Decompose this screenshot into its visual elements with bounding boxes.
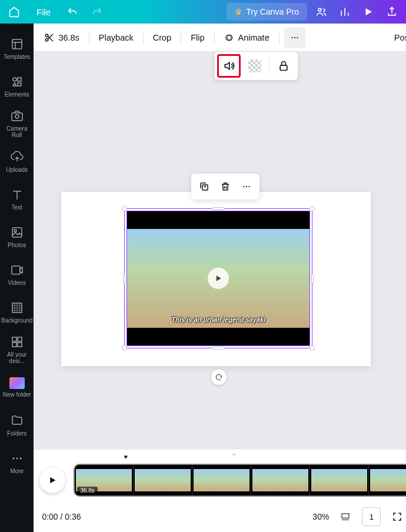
svg-point-2 (13, 78, 16, 81)
clip-thumbnail[interactable] (134, 465, 192, 496)
canvas-area[interactable]: This is an urban legend sayaki (34, 52, 406, 450)
sidebar-item-templates[interactable]: Templates (0, 29, 34, 67)
grid-view-button[interactable] (337, 508, 354, 525)
videos-icon (10, 263, 24, 277)
resize-handle[interactable] (123, 274, 125, 283)
sidebar-label: Camera Roll (0, 125, 34, 138)
crop-button[interactable]: Crop (148, 29, 176, 46)
svg-rect-3 (18, 78, 21, 81)
volume-icon (223, 60, 235, 72)
delete-button[interactable] (216, 177, 235, 196)
grid-view-icon (340, 511, 351, 522)
redo-button[interactable] (87, 2, 106, 21)
try-pro-button[interactable]: ♛ Try Canva Pro (227, 3, 307, 21)
resize-handle[interactable] (212, 207, 225, 210)
file-menu[interactable]: File (28, 4, 59, 21)
sidebar-item-all-designs[interactable]: All your desi... (0, 331, 34, 368)
try-pro-label: Try Canva Pro (246, 7, 299, 16)
collaborate-button[interactable] (312, 2, 331, 21)
sidebar-item-more[interactable]: More (0, 444, 34, 481)
sidebar-item-photos[interactable]: Photos (0, 218, 34, 255)
resize-handle[interactable] (310, 206, 315, 211)
timeline: ♥ 36.8s 0:00 / 0:36 30% (34, 450, 406, 532)
sidebar-item-videos[interactable]: Videos (0, 255, 34, 293)
element-more-button[interactable] (237, 177, 256, 196)
duplicate-button[interactable] (195, 177, 214, 196)
resize-handle[interactable] (310, 345, 315, 351)
clip-thumbnail[interactable] (369, 465, 406, 496)
svg-rect-12 (12, 343, 16, 347)
clip-thumbnail[interactable] (310, 465, 369, 496)
animate-icon (224, 32, 235, 43)
svg-rect-4 (12, 113, 22, 121)
playback-button[interactable]: Playback (94, 29, 138, 46)
sidebar-item-uploads[interactable]: Uploads (0, 142, 34, 180)
sidebar-item-new-folder[interactable]: New folder (0, 368, 34, 406)
position-button[interactable]: Position (390, 29, 406, 46)
transparency-button[interactable] (243, 54, 267, 78)
undo-button[interactable] (64, 2, 82, 21)
fullscreen-icon (392, 511, 402, 522)
undo-icon (67, 6, 79, 18)
resize-handle[interactable] (212, 347, 225, 350)
video-selection[interactable]: This is an urban legend sayaki (124, 208, 312, 348)
dots-icon (241, 181, 252, 192)
sidebar-item-camera-roll[interactable]: Camera Roll (0, 105, 34, 142)
page-count[interactable]: 1 (362, 507, 381, 526)
photos-icon (10, 225, 24, 240)
more-tools-button[interactable] (284, 27, 305, 48)
crown-icon: ♛ (235, 7, 242, 16)
duplicate-icon (199, 181, 209, 192)
sidebar-label: All your desi... (0, 351, 34, 364)
present-button[interactable] (359, 2, 378, 21)
timeline-play-button[interactable] (39, 467, 65, 493)
sidebar-item-background[interactable]: Background (0, 293, 34, 331)
element-actions (191, 174, 259, 200)
timeline-collapse[interactable] (34, 450, 406, 459)
bottom-bar: 0:00 / 0:36 30% 1 ? (34, 501, 406, 532)
rotate-handle[interactable] (211, 370, 227, 385)
play-video-button[interactable] (208, 268, 229, 289)
elements-icon (10, 75, 24, 89)
zoom-level[interactable]: 30% (312, 512, 329, 521)
sidebar-label: New folder (2, 391, 32, 398)
redo-icon (91, 6, 102, 18)
resize-handle[interactable] (311, 274, 314, 283)
sidebar-item-text[interactable]: Text (0, 180, 34, 218)
video-subtitle: This is an urban legend sayaki (127, 316, 310, 323)
lock-icon (278, 60, 289, 72)
share-button[interactable] (382, 2, 401, 21)
camera-icon (10, 109, 24, 123)
more-icon (10, 451, 24, 466)
volume-button[interactable] (217, 54, 241, 78)
svg-rect-13 (18, 343, 22, 347)
resize-handle[interactable] (122, 345, 127, 351)
svg-rect-11 (18, 337, 22, 341)
duration-label: 36.8s (58, 33, 79, 42)
svg-point-5 (15, 115, 19, 118)
trim-button[interactable]: 36.8s (39, 29, 84, 46)
svg-point-21 (291, 36, 292, 38)
animate-button[interactable]: Animate (219, 29, 274, 46)
home-button[interactable] (5, 2, 24, 21)
insights-button[interactable] (335, 2, 354, 21)
video-element[interactable]: This is an urban legend sayaki (127, 211, 310, 346)
animate-label: Animate (238, 33, 269, 42)
playhead-marker[interactable]: ♥ (124, 453, 128, 460)
svg-rect-24 (281, 65, 288, 70)
clip-thumbnail[interactable] (192, 465, 251, 496)
clip-thumbnail[interactable] (251, 465, 310, 496)
clip-track[interactable]: 36.8s (74, 464, 406, 497)
uploads-icon (10, 150, 24, 164)
sidebar-label: Videos (6, 280, 26, 286)
sidebar-item-folders[interactable]: Folders (0, 406, 34, 444)
page-canvas[interactable]: This is an urban legend sayaki (61, 192, 371, 366)
sidebar-item-elements[interactable]: Elements (0, 67, 34, 105)
svg-point-28 (249, 186, 250, 187)
lock-button[interactable] (272, 54, 295, 78)
svg-point-27 (246, 186, 247, 187)
fullscreen-button[interactable] (389, 508, 405, 525)
chart-icon (339, 6, 351, 18)
text-icon (10, 188, 24, 202)
flip-button[interactable]: Flip (186, 29, 209, 46)
